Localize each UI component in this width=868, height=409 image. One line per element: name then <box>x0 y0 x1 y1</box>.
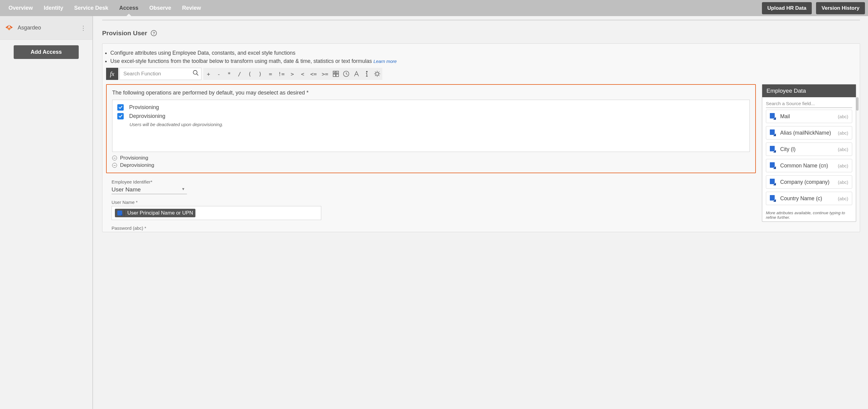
checkbox-provisioning[interactable] <box>117 104 124 111</box>
sidebar: Asgardeo ⋮ Add Access <box>0 16 93 409</box>
emp-item-city[interactable]: City (l) (abc) <box>766 143 852 156</box>
tab-access[interactable]: Access <box>114 0 144 16</box>
section-header: Provision User ? <box>102 29 860 37</box>
sidebar-item-asgardeo[interactable]: Asgardeo ⋮ <box>0 16 92 40</box>
svg-point-17 <box>376 72 379 75</box>
op-lte[interactable]: <= <box>308 68 319 80</box>
search-icon[interactable] <box>192 70 199 78</box>
username-token-input[interactable]: User Principal Name or UPN <box>112 206 321 220</box>
upn-token[interactable]: User Principal Name or UPN <box>115 209 195 217</box>
op-provisioning-row: Provisioning <box>117 104 745 111</box>
employee-data-list: Mail (abc) Alias (mailNickName) (abc) Ci… <box>762 110 856 210</box>
math-icon[interactable] <box>331 68 341 80</box>
employee-data-title: Employee Data <box>762 85 856 97</box>
learn-more-link[interactable]: Learn more <box>374 59 397 64</box>
op-minus[interactable]: - <box>214 68 224 80</box>
stats-icon[interactable] <box>372 68 382 80</box>
op-lt[interactable]: < <box>298 68 308 80</box>
provisioning-label: Provisioning <box>129 104 159 111</box>
search-function-input[interactable] <box>119 68 202 80</box>
info-icon[interactable] <box>362 68 372 80</box>
op-gt[interactable]: > <box>287 68 298 80</box>
svg-line-1 <box>197 74 198 76</box>
collapse-icon: − <box>112 156 117 160</box>
op-gte[interactable]: >= <box>319 68 331 80</box>
operator-strip: + - * / ( ) = != > < <= >= <box>203 68 382 80</box>
field-label: Password (abc) * <box>112 225 756 231</box>
svg-line-22 <box>375 72 376 73</box>
employee-data-panel: Employee Data Mail (abc) Alias (mailNick… <box>762 84 856 222</box>
checkbox-deprovisioning[interactable] <box>117 113 124 119</box>
op-neq[interactable]: != <box>276 68 287 80</box>
config-intro-list: Configure attributes using Employee Data… <box>106 49 856 65</box>
svg-line-23 <box>378 75 379 76</box>
field-source-icon <box>770 146 776 153</box>
text-cursor <box>124 210 124 216</box>
employee-data-search[interactable] <box>766 100 852 108</box>
deprovisioning-note: Users will be deactivated upon deprovisi… <box>129 122 745 127</box>
op-rparen[interactable]: ) <box>255 68 265 80</box>
collapse-deprovisioning[interactable]: − Deprovisioning <box>112 162 750 168</box>
tab-observe[interactable]: Observe <box>144 0 177 16</box>
svg-rect-5 <box>336 74 339 76</box>
asgardeo-icon <box>4 23 14 33</box>
tab-identity[interactable]: Identity <box>38 0 69 16</box>
sidebar-item-label: Asgardeo <box>18 25 78 31</box>
config-card: Configure attributes using Employee Data… <box>102 43 860 232</box>
svg-line-25 <box>378 72 379 73</box>
svg-line-11 <box>346 74 347 74</box>
password-field: Password (abc) * <box>106 225 756 231</box>
field-source-icon <box>770 195 776 202</box>
fx-icon: fx <box>106 68 118 80</box>
collapse-icon: − <box>112 163 117 168</box>
formula-toolbar: fx + - * / ( ) = != > < <box>106 68 856 80</box>
field-label: User Name * <box>112 200 756 205</box>
help-icon[interactable]: ? <box>151 30 157 36</box>
svg-point-0 <box>193 70 197 74</box>
field-label: Employee Identifier* <box>112 179 756 184</box>
employee-identifier-select[interactable]: User Name <box>112 186 187 194</box>
op-lparen[interactable]: ( <box>245 68 255 80</box>
section-title: Provision User <box>102 29 147 37</box>
scrollbar[interactable] <box>856 97 859 111</box>
clock-icon[interactable] <box>341 68 351 80</box>
intro-line-2: Use excel-style functions from the toolb… <box>110 57 856 65</box>
tab-service-desk[interactable]: Service Desk <box>69 0 114 16</box>
intro-line-1: Configure attributes using Employee Data… <box>110 49 856 57</box>
main-content: Provision User ? Configure attributes us… <box>93 16 868 409</box>
svg-point-13 <box>367 71 367 72</box>
version-history-button[interactable]: Version History <box>816 2 865 14</box>
op-deprovisioning-row: Deprovisioning <box>117 113 745 119</box>
operations-intro: The following operations are performed b… <box>112 90 750 96</box>
text-icon[interactable] <box>351 68 362 80</box>
emp-item-mail[interactable]: Mail (abc) <box>766 110 852 123</box>
emp-item-company[interactable]: Company (company) (abc) <box>766 175 852 189</box>
field-source-icon <box>770 113 776 120</box>
field-source-icon <box>770 129 776 136</box>
add-access-button[interactable]: Add Access <box>14 45 79 59</box>
emp-item-cn[interactable]: Common Name (cn) (abc) <box>766 159 852 172</box>
field-source-icon <box>770 162 776 169</box>
field-source-icon <box>770 179 776 185</box>
op-plus[interactable]: + <box>203 68 214 80</box>
svg-line-24 <box>375 75 376 76</box>
divider <box>102 20 860 20</box>
top-nav: Overview Identity Service Desk Access Ob… <box>0 0 868 16</box>
tab-review[interactable]: Review <box>177 0 206 16</box>
collapse-provisioning[interactable]: − Provisioning <box>112 155 750 161</box>
kebab-menu-icon[interactable]: ⋮ <box>78 23 89 33</box>
emp-item-country[interactable]: Country Name (c) (abc) <box>766 192 852 205</box>
svg-rect-4 <box>333 74 336 76</box>
token-source-icon <box>117 211 122 215</box>
upload-hr-button[interactable]: Upload HR Data <box>762 2 812 14</box>
employee-identifier-field: Employee Identifier* User Name ▼ <box>106 179 756 194</box>
employee-data-more-hint: More attributes available, continue typi… <box>762 210 856 222</box>
op-multiply[interactable]: * <box>224 68 234 80</box>
deprovisioning-label: Deprovisioning <box>129 113 165 119</box>
emp-item-alias[interactable]: Alias (mailNickName) (abc) <box>766 126 852 139</box>
username-field: User Name * User Principal Name or UPN <box>106 200 756 220</box>
op-divide[interactable]: / <box>234 68 245 80</box>
nav-actions: Upload HR Data Version History <box>762 2 865 14</box>
op-eq[interactable]: = <box>265 68 276 80</box>
tab-overview[interactable]: Overview <box>3 0 38 16</box>
